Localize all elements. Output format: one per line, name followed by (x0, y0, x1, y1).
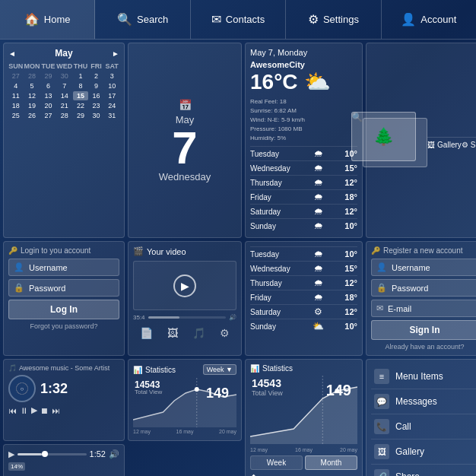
calendar-day[interactable]: 21 (56, 101, 72, 110)
calendar-day[interactable]: 28 (24, 71, 40, 81)
settings-link[interactable]: ⚙ Settings (462, 141, 476, 149)
settings-icon: ⚙ (308, 12, 319, 27)
calendar-day[interactable]: 27 (41, 111, 56, 120)
calendar-day[interactable]: 1 (73, 71, 88, 81)
calendar-day[interactable]: 12 (24, 91, 40, 100)
music-vinyl: ○ (8, 375, 36, 402)
settings-small-icon: ⚙ (462, 141, 468, 149)
reg-email-field[interactable]: ✉ E-mail (371, 300, 476, 317)
forecast-row-2: Tuesday 🌧 10° (250, 246, 357, 261)
signin-button[interactable]: Sign In (371, 320, 476, 340)
audio-play-btn[interactable]: ▶ (8, 449, 14, 459)
login-button[interactable]: Log In (8, 300, 119, 319)
calendar-day[interactable]: 13 (41, 91, 56, 100)
forecast-temp: 12° (344, 178, 357, 187)
nav-home[interactable]: 🏠 Home (0, 0, 95, 39)
forgot-password-link[interactable]: Forgot you password? (8, 322, 119, 330)
calendar-day[interactable]: 30 (56, 71, 72, 81)
calendar-day[interactable]: 14 (56, 91, 72, 100)
calendar-day[interactable]: 7 (56, 81, 72, 90)
weather-date: May 7, Monday (250, 48, 307, 57)
calendar-day[interactable]: 25 (8, 111, 24, 120)
calendar-day[interactable]: 9 (89, 81, 104, 90)
calendar-day[interactable]: 16 (89, 91, 104, 100)
nav-search[interactable]: 🔍 Search (95, 0, 190, 39)
calendar-next[interactable]: ► (112, 49, 119, 58)
video-image-icon[interactable]: 🖼 (167, 327, 178, 339)
music-pause[interactable]: ⏸ (20, 406, 28, 415)
calendar-day[interactable]: 15 (73, 91, 88, 100)
password-field[interactable]: 🔒 Password (8, 279, 119, 297)
calendar-day-header: THU (73, 62, 88, 71)
upload-icon[interactable]: ⬆ (250, 473, 257, 476)
week-selector[interactable]: Week ▼ (203, 364, 236, 375)
video-thumbnail[interactable]: ▶ (133, 261, 236, 310)
calendar-day[interactable]: 29 (41, 71, 56, 81)
calendar-day[interactable]: 31 (104, 111, 119, 120)
audio-track[interactable] (17, 453, 87, 455)
calendar-day[interactable]: 29 (73, 111, 88, 120)
audio-volume-icon[interactable]: 🔊 (109, 449, 119, 459)
video-doc-icon[interactable]: 📄 (140, 327, 153, 339)
calendar-day[interactable]: 4 (8, 81, 24, 90)
calendar-day[interactable]: 24 (104, 101, 119, 110)
calendar-day[interactable]: 26 (24, 111, 40, 120)
music-stop[interactable]: ⏹ (40, 406, 49, 415)
calendar-day[interactable]: 5 (24, 81, 40, 90)
music-prev[interactable]: ⏮ (8, 406, 17, 415)
calendar-day[interactable]: 6 (41, 81, 56, 90)
menu-icon-call: 📞 (374, 419, 389, 434)
username-field[interactable]: 👤 Username (8, 259, 119, 276)
calendar-day[interactable]: 27 (8, 71, 24, 81)
calendar-day[interactable]: 18 (8, 101, 24, 110)
calendar-day[interactable]: 8 (73, 81, 88, 90)
calendar-day[interactable]: 28 (56, 111, 72, 120)
video-progress-bar[interactable] (148, 316, 226, 319)
calendar-day[interactable]: 20 (41, 101, 56, 110)
home-icon: 🏠 (24, 12, 40, 27)
calendar-day[interactable]: 10 (104, 81, 119, 90)
tab-month[interactable]: Month (305, 455, 357, 470)
video-gear-icon[interactable]: ⚙ (220, 327, 230, 339)
video-icon-row: 📄 🖼 🎵 ⚙ (133, 325, 236, 341)
forecast-icon-2: 🌧 (314, 249, 323, 259)
nav-search-label: Search (137, 14, 168, 25)
menu-item-share[interactable]: 🔗 Share (371, 465, 476, 476)
contacts-icon: ✉ (211, 12, 221, 27)
menu-icon-gallery: 🖼 (374, 444, 389, 459)
calendar-day[interactable]: 17 (104, 91, 119, 100)
already-account-link[interactable]: Already have an account? (371, 343, 476, 351)
tab-week[interactable]: Week (250, 455, 303, 470)
calendar-day[interactable]: 23 (89, 101, 104, 110)
reg-username-field[interactable]: 👤 Username (371, 259, 476, 276)
menu-item-messages[interactable]: 💬 Messages (371, 389, 476, 414)
forecast-temp-2: 10° (344, 322, 357, 331)
calendar-day[interactable]: 3 (104, 71, 119, 81)
menu-item-gallery[interactable]: 🖼 Gallery (371, 440, 476, 465)
nav-contacts[interactable]: ✉ Contacts (191, 0, 286, 39)
menu-icon-messages: 💬 (374, 394, 389, 409)
chart-date: 16 may (176, 429, 194, 434)
forecast-row: Friday 🌧 18° (250, 189, 357, 204)
music-next[interactable]: ⏭ (52, 406, 60, 415)
video-play-button[interactable]: ▶ (173, 274, 196, 297)
menu-item-call[interactable]: 📞 Call (371, 414, 476, 440)
calendar-day[interactable]: 22 (73, 101, 88, 110)
stats1-header: 📊 Statistics Week ▼ (133, 364, 236, 375)
menu-item-menu-items[interactable]: ≡ Menu Items (371, 364, 476, 389)
music-play[interactable]: ▶ (31, 405, 37, 415)
nav-account[interactable]: 👤 Account (382, 0, 476, 39)
video-note-icon[interactable]: 🎵 (192, 327, 205, 339)
chart-date-2: 12 may (250, 447, 268, 452)
calendar-prev[interactable]: ◄ (8, 49, 16, 58)
gallery-link[interactable]: 🖼 Gallery (427, 141, 462, 149)
calendar-day[interactable]: 30 (89, 111, 104, 120)
calendar-day[interactable]: 2 (89, 71, 104, 81)
calendar-day-header: SAT (104, 62, 119, 71)
gallery-icon: 🖼 (427, 141, 435, 149)
stats2-icon: 📊 (250, 364, 259, 373)
calendar-day[interactable]: 11 (8, 91, 24, 100)
reg-password-field[interactable]: 🔒 Password (371, 279, 476, 297)
nav-settings[interactable]: ⚙ Settings (286, 0, 381, 39)
calendar-day[interactable]: 19 (24, 101, 40, 110)
